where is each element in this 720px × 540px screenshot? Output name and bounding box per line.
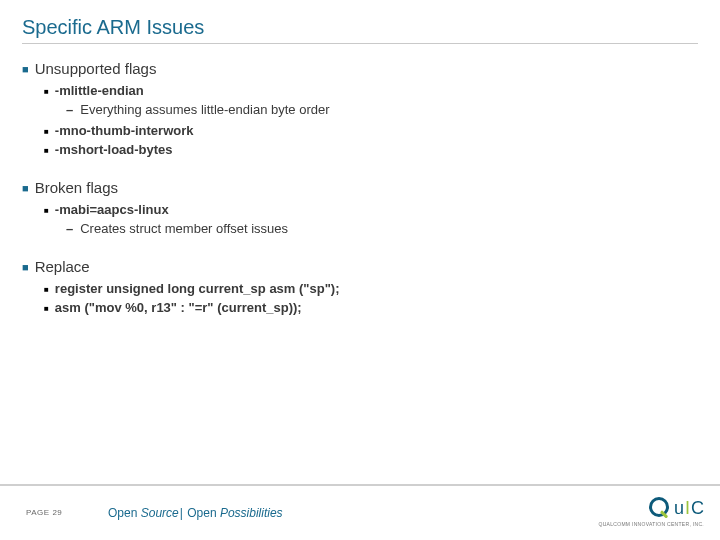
- slide: Specific ARM Issues ■ Unsupported flags …: [0, 0, 720, 540]
- item-label: -mabi=aapcs-linux: [55, 202, 169, 217]
- item-label: -mshort-load-bytes: [55, 142, 173, 157]
- tagline-part: Open: [184, 506, 220, 520]
- tagline-part: Open: [108, 506, 141, 520]
- list-item: ■ -mshort-load-bytes: [44, 142, 698, 157]
- section-heading: ■ Replace: [22, 258, 698, 275]
- dash-icon: –: [66, 102, 73, 117]
- bullet-icon: ■: [22, 63, 29, 75]
- item-label: register unsigned long current_sp asm ("…: [55, 281, 340, 296]
- list-item: ■ asm ("mov %0, r13" : "=r" (current_sp)…: [44, 300, 698, 315]
- bullet-icon: ■: [44, 206, 49, 215]
- subitem-text: Creates struct member offset issues: [80, 221, 288, 236]
- tagline: Open Source| Open Possibilities: [108, 506, 283, 520]
- subitem-text: Everything assumes little-endian byte or…: [80, 102, 329, 117]
- item-label: asm ("mov %0, r13" : "=r" (current_sp));: [55, 300, 302, 315]
- list-item: ■ register unsigned long current_sp asm …: [44, 281, 698, 296]
- slide-title: Specific ARM Issues: [22, 16, 698, 44]
- logo-u: u: [674, 498, 684, 519]
- pipe-icon: |: [180, 506, 183, 520]
- dash-icon: –: [66, 221, 73, 236]
- heading-text: Unsupported flags: [35, 60, 157, 77]
- page-label: PAGE: [26, 508, 50, 517]
- section-heading: ■ Unsupported flags: [22, 60, 698, 77]
- tagline-part: Possibilities: [220, 506, 283, 520]
- heading-text: Replace: [35, 258, 90, 275]
- section-heading: ■ Broken flags: [22, 179, 698, 196]
- bullet-icon: ■: [44, 127, 49, 136]
- logo-text: uIC: [674, 498, 704, 519]
- bullet-icon: ■: [44, 285, 49, 294]
- bullet-icon: ■: [44, 146, 49, 155]
- section-replace: ■ Replace ■ register unsigned long curre…: [22, 258, 698, 315]
- list-item: ■ -mlittle-endian: [44, 83, 698, 98]
- logo-i: I: [685, 498, 690, 519]
- bullet-icon: ■: [44, 87, 49, 96]
- logo: uIC QUALCOMM INNOVATION CENTER, INC.: [598, 496, 704, 527]
- bullet-icon: ■: [44, 304, 49, 313]
- list-item: ■ -mno-thumb-interwork: [44, 123, 698, 138]
- page-number: PAGE 29: [26, 508, 62, 517]
- q-icon: [648, 496, 672, 520]
- list-item: ■ -mabi=aapcs-linux: [44, 202, 698, 217]
- logo-mark: uIC: [648, 496, 704, 520]
- logo-subtitle: QUALCOMM INNOVATION CENTER, INC.: [598, 521, 704, 527]
- section-unsupported: ■ Unsupported flags ■ -mlittle-endian – …: [22, 60, 698, 157]
- item-label: -mlittle-endian: [55, 83, 144, 98]
- heading-text: Broken flags: [35, 179, 118, 196]
- bullet-icon: ■: [22, 182, 29, 194]
- bullet-icon: ■: [22, 261, 29, 273]
- logo-c: C: [691, 498, 704, 519]
- footer: PAGE 29 Open Source| Open Possibilities …: [0, 484, 720, 540]
- section-broken: ■ Broken flags ■ -mabi=aapcs-linux – Cre…: [22, 179, 698, 236]
- list-subitem: – Everything assumes little-endian byte …: [66, 102, 698, 117]
- page-num: 29: [52, 508, 62, 517]
- item-label: -mno-thumb-interwork: [55, 123, 194, 138]
- tagline-part: Source: [141, 506, 179, 520]
- list-subitem: – Creates struct member offset issues: [66, 221, 698, 236]
